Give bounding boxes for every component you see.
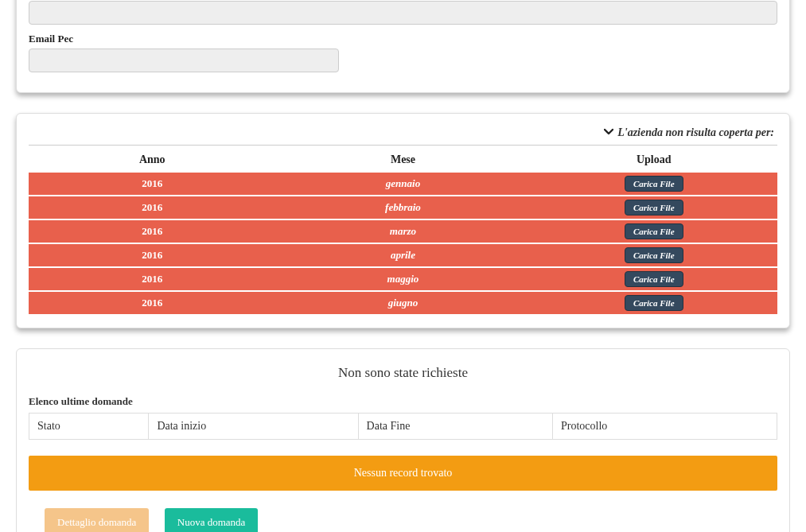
upload-file-button[interactable]: Carica File	[625, 176, 683, 192]
coverage-year: 2016	[29, 244, 276, 266]
company-form-card: Rappresentante Legale Email Pec	[16, 0, 790, 93]
coverage-year: 2016	[29, 220, 276, 243]
emailpec-input[interactable]	[29, 49, 339, 72]
coverage-month: marzo	[276, 220, 531, 243]
rappresentante-input[interactable]	[29, 1, 777, 25]
coverage-month: gennaio	[276, 173, 531, 195]
upload-file-button[interactable]: Carica File	[625, 200, 683, 216]
coverage-upload-cell: Carica File	[530, 292, 777, 314]
coverage-month: aprile	[276, 244, 531, 266]
no-record-banner: Nessun record trovato	[29, 456, 777, 491]
coverage-row: 2016gennaioCarica File	[29, 173, 777, 195]
coverage-row: 2016aprileCarica File	[29, 244, 777, 266]
upload-file-button[interactable]: Carica File	[625, 247, 683, 263]
col-fine: Data Fine	[358, 413, 552, 439]
new-request-button[interactable]: Nuova domanda	[165, 508, 259, 532]
coverage-year: 2016	[29, 173, 276, 195]
col-anno: Anno	[29, 149, 276, 171]
coverage-table: Anno Mese Upload 2016gennaioCarica File2…	[29, 147, 777, 316]
coverage-row: 2016maggioCarica File	[29, 268, 777, 290]
coverage-year: 2016	[29, 196, 276, 219]
col-stato: Stato	[29, 413, 149, 439]
col-upload: Upload	[530, 149, 777, 171]
emailpec-label: Email Pec	[29, 33, 777, 45]
coverage-row: 2016febbraioCarica File	[29, 196, 777, 219]
coverage-year: 2016	[29, 268, 276, 290]
coverage-card: L'azienda non risulta coperta per: Anno …	[16, 113, 790, 328]
upload-file-button[interactable]: Carica File	[625, 295, 683, 311]
coverage-month: giugno	[276, 292, 531, 314]
col-protocollo: Protocollo	[552, 413, 777, 439]
coverage-header-text: L'azienda non risulta coperta per:	[617, 126, 774, 138]
coverage-row: 2016marzoCarica File	[29, 220, 777, 243]
upload-file-button[interactable]: Carica File	[625, 223, 683, 239]
requests-table: Stato Data inizio Data Fine Protocollo	[29, 413, 777, 440]
requests-list-label: Elenco ultime domande	[29, 395, 777, 408]
coverage-upload-cell: Carica File	[530, 268, 777, 290]
col-mese: Mese	[276, 149, 531, 171]
requests-card: Non sono state richieste Elenco ultime d…	[16, 348, 790, 532]
upload-file-button[interactable]: Carica File	[625, 271, 683, 287]
coverage-upload-cell: Carica File	[530, 244, 777, 266]
coverage-header[interactable]: L'azienda non risulta coperta per:	[29, 122, 777, 146]
coverage-upload-cell: Carica File	[530, 196, 777, 219]
coverage-upload-cell: Carica File	[530, 173, 777, 195]
coverage-row: 2016giugnoCarica File	[29, 292, 777, 314]
col-inizio: Data inizio	[149, 413, 358, 439]
coverage-month: febbraio	[276, 196, 531, 219]
detail-request-button[interactable]: Dettaglio domanda	[45, 508, 149, 532]
coverage-year: 2016	[29, 292, 276, 314]
coverage-upload-cell: Carica File	[530, 220, 777, 243]
coverage-month: maggio	[276, 268, 531, 290]
chevron-down-icon	[604, 127, 613, 140]
requests-title: Non sono state richieste	[29, 365, 777, 381]
